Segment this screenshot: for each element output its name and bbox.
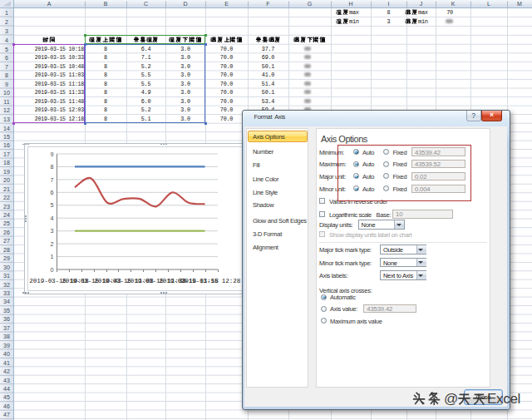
svg-text:4: 4 <box>51 215 54 222</box>
svg-text:0: 0 <box>51 266 54 274</box>
svg-text:6: 6 <box>51 189 54 196</box>
svg-text:8: 8 <box>51 163 54 170</box>
svg-text:9: 9 <box>51 151 54 158</box>
svg-text:1: 1 <box>51 253 54 260</box>
svg-text:3: 3 <box>51 227 54 235</box>
svg-text:7: 7 <box>51 176 54 184</box>
svg-text:2: 2 <box>51 240 54 248</box>
svg-text:5: 5 <box>51 201 54 209</box>
